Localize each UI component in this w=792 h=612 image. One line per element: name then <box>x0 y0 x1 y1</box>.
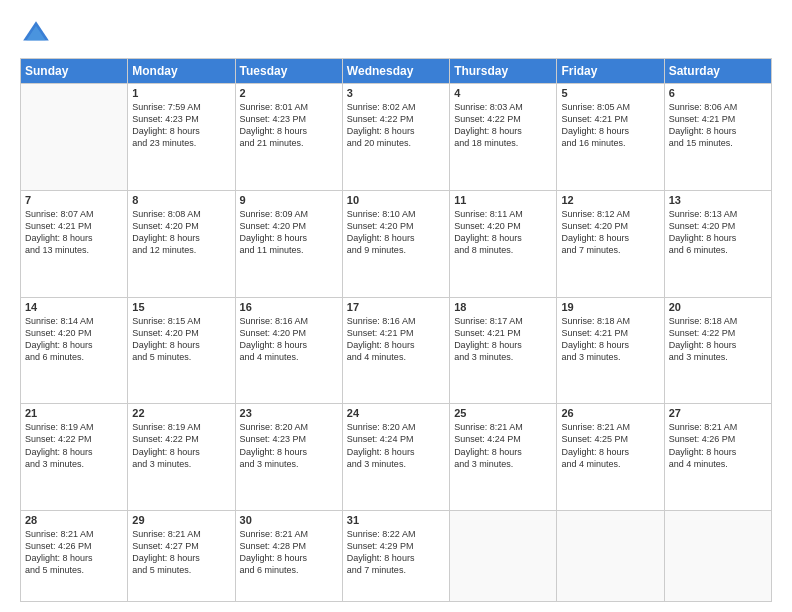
day-cell: 2Sunrise: 8:01 AMSunset: 4:23 PMDaylight… <box>235 84 342 191</box>
day-number: 22 <box>132 407 230 419</box>
day-number: 15 <box>132 301 230 313</box>
day-number: 19 <box>561 301 659 313</box>
day-number: 23 <box>240 407 338 419</box>
day-info: Sunrise: 8:20 AMSunset: 4:23 PMDaylight:… <box>240 421 338 470</box>
day-info: Sunrise: 8:02 AMSunset: 4:22 PMDaylight:… <box>347 101 445 150</box>
day-info: Sunrise: 8:21 AMSunset: 4:26 PMDaylight:… <box>669 421 767 470</box>
day-number: 25 <box>454 407 552 419</box>
day-info: Sunrise: 7:59 AMSunset: 4:23 PMDaylight:… <box>132 101 230 150</box>
day-number: 4 <box>454 87 552 99</box>
day-cell: 29Sunrise: 8:21 AMSunset: 4:27 PMDayligh… <box>128 511 235 602</box>
day-info: Sunrise: 8:21 AMSunset: 4:26 PMDaylight:… <box>25 528 123 577</box>
day-cell: 25Sunrise: 8:21 AMSunset: 4:24 PMDayligh… <box>450 404 557 511</box>
day-number: 12 <box>561 194 659 206</box>
day-header-monday: Monday <box>128 59 235 84</box>
week-row-3: 14Sunrise: 8:14 AMSunset: 4:20 PMDayligh… <box>21 297 772 404</box>
day-number: 7 <box>25 194 123 206</box>
day-info: Sunrise: 8:11 AMSunset: 4:20 PMDaylight:… <box>454 208 552 257</box>
page: SundayMondayTuesdayWednesdayThursdayFrid… <box>0 0 792 612</box>
day-cell: 23Sunrise: 8:20 AMSunset: 4:23 PMDayligh… <box>235 404 342 511</box>
day-header-saturday: Saturday <box>664 59 771 84</box>
day-info: Sunrise: 8:16 AMSunset: 4:21 PMDaylight:… <box>347 315 445 364</box>
day-info: Sunrise: 8:07 AMSunset: 4:21 PMDaylight:… <box>25 208 123 257</box>
header <box>20 18 772 50</box>
day-cell: 20Sunrise: 8:18 AMSunset: 4:22 PMDayligh… <box>664 297 771 404</box>
day-number: 28 <box>25 514 123 526</box>
day-cell: 31Sunrise: 8:22 AMSunset: 4:29 PMDayligh… <box>342 511 449 602</box>
day-cell <box>557 511 664 602</box>
day-cell: 27Sunrise: 8:21 AMSunset: 4:26 PMDayligh… <box>664 404 771 511</box>
day-number: 14 <box>25 301 123 313</box>
week-row-1: 1Sunrise: 7:59 AMSunset: 4:23 PMDaylight… <box>21 84 772 191</box>
day-cell: 13Sunrise: 8:13 AMSunset: 4:20 PMDayligh… <box>664 190 771 297</box>
day-info: Sunrise: 8:03 AMSunset: 4:22 PMDaylight:… <box>454 101 552 150</box>
day-info: Sunrise: 8:19 AMSunset: 4:22 PMDaylight:… <box>25 421 123 470</box>
day-cell <box>450 511 557 602</box>
day-header-thursday: Thursday <box>450 59 557 84</box>
day-cell: 11Sunrise: 8:11 AMSunset: 4:20 PMDayligh… <box>450 190 557 297</box>
week-row-2: 7Sunrise: 8:07 AMSunset: 4:21 PMDaylight… <box>21 190 772 297</box>
day-cell: 8Sunrise: 8:08 AMSunset: 4:20 PMDaylight… <box>128 190 235 297</box>
day-number: 5 <box>561 87 659 99</box>
day-number: 21 <box>25 407 123 419</box>
day-number: 8 <box>132 194 230 206</box>
day-number: 10 <box>347 194 445 206</box>
day-header-friday: Friday <box>557 59 664 84</box>
day-number: 17 <box>347 301 445 313</box>
day-cell: 4Sunrise: 8:03 AMSunset: 4:22 PMDaylight… <box>450 84 557 191</box>
day-info: Sunrise: 8:21 AMSunset: 4:25 PMDaylight:… <box>561 421 659 470</box>
day-cell: 9Sunrise: 8:09 AMSunset: 4:20 PMDaylight… <box>235 190 342 297</box>
day-info: Sunrise: 8:20 AMSunset: 4:24 PMDaylight:… <box>347 421 445 470</box>
day-info: Sunrise: 8:16 AMSunset: 4:20 PMDaylight:… <box>240 315 338 364</box>
day-number: 26 <box>561 407 659 419</box>
day-info: Sunrise: 8:21 AMSunset: 4:24 PMDaylight:… <box>454 421 552 470</box>
day-number: 11 <box>454 194 552 206</box>
day-info: Sunrise: 8:09 AMSunset: 4:20 PMDaylight:… <box>240 208 338 257</box>
day-cell: 30Sunrise: 8:21 AMSunset: 4:28 PMDayligh… <box>235 511 342 602</box>
day-cell: 14Sunrise: 8:14 AMSunset: 4:20 PMDayligh… <box>21 297 128 404</box>
day-info: Sunrise: 8:13 AMSunset: 4:20 PMDaylight:… <box>669 208 767 257</box>
day-cell: 17Sunrise: 8:16 AMSunset: 4:21 PMDayligh… <box>342 297 449 404</box>
day-cell: 21Sunrise: 8:19 AMSunset: 4:22 PMDayligh… <box>21 404 128 511</box>
day-cell: 16Sunrise: 8:16 AMSunset: 4:20 PMDayligh… <box>235 297 342 404</box>
day-header-tuesday: Tuesday <box>235 59 342 84</box>
day-header-wednesday: Wednesday <box>342 59 449 84</box>
day-number: 18 <box>454 301 552 313</box>
day-info: Sunrise: 8:12 AMSunset: 4:20 PMDaylight:… <box>561 208 659 257</box>
day-cell: 7Sunrise: 8:07 AMSunset: 4:21 PMDaylight… <box>21 190 128 297</box>
day-number: 27 <box>669 407 767 419</box>
day-info: Sunrise: 8:21 AMSunset: 4:28 PMDaylight:… <box>240 528 338 577</box>
day-cell: 19Sunrise: 8:18 AMSunset: 4:21 PMDayligh… <box>557 297 664 404</box>
day-cell: 5Sunrise: 8:05 AMSunset: 4:21 PMDaylight… <box>557 84 664 191</box>
day-info: Sunrise: 8:17 AMSunset: 4:21 PMDaylight:… <box>454 315 552 364</box>
day-cell <box>664 511 771 602</box>
day-number: 16 <box>240 301 338 313</box>
day-info: Sunrise: 8:15 AMSunset: 4:20 PMDaylight:… <box>132 315 230 364</box>
calendar-header-row: SundayMondayTuesdayWednesdayThursdayFrid… <box>21 59 772 84</box>
day-number: 31 <box>347 514 445 526</box>
day-info: Sunrise: 8:19 AMSunset: 4:22 PMDaylight:… <box>132 421 230 470</box>
day-cell: 22Sunrise: 8:19 AMSunset: 4:22 PMDayligh… <box>128 404 235 511</box>
day-cell: 1Sunrise: 7:59 AMSunset: 4:23 PMDaylight… <box>128 84 235 191</box>
week-row-5: 28Sunrise: 8:21 AMSunset: 4:26 PMDayligh… <box>21 511 772 602</box>
day-info: Sunrise: 8:06 AMSunset: 4:21 PMDaylight:… <box>669 101 767 150</box>
day-number: 29 <box>132 514 230 526</box>
day-info: Sunrise: 8:21 AMSunset: 4:27 PMDaylight:… <box>132 528 230 577</box>
day-number: 1 <box>132 87 230 99</box>
day-info: Sunrise: 8:08 AMSunset: 4:20 PMDaylight:… <box>132 208 230 257</box>
week-row-4: 21Sunrise: 8:19 AMSunset: 4:22 PMDayligh… <box>21 404 772 511</box>
day-info: Sunrise: 8:18 AMSunset: 4:21 PMDaylight:… <box>561 315 659 364</box>
day-info: Sunrise: 8:05 AMSunset: 4:21 PMDaylight:… <box>561 101 659 150</box>
day-cell: 15Sunrise: 8:15 AMSunset: 4:20 PMDayligh… <box>128 297 235 404</box>
day-info: Sunrise: 8:10 AMSunset: 4:20 PMDaylight:… <box>347 208 445 257</box>
day-cell: 28Sunrise: 8:21 AMSunset: 4:26 PMDayligh… <box>21 511 128 602</box>
day-number: 6 <box>669 87 767 99</box>
day-cell <box>21 84 128 191</box>
day-number: 30 <box>240 514 338 526</box>
day-cell: 3Sunrise: 8:02 AMSunset: 4:22 PMDaylight… <box>342 84 449 191</box>
day-number: 9 <box>240 194 338 206</box>
calendar: SundayMondayTuesdayWednesdayThursdayFrid… <box>20 58 772 602</box>
logo <box>20 18 56 50</box>
day-number: 13 <box>669 194 767 206</box>
day-cell: 24Sunrise: 8:20 AMSunset: 4:24 PMDayligh… <box>342 404 449 511</box>
